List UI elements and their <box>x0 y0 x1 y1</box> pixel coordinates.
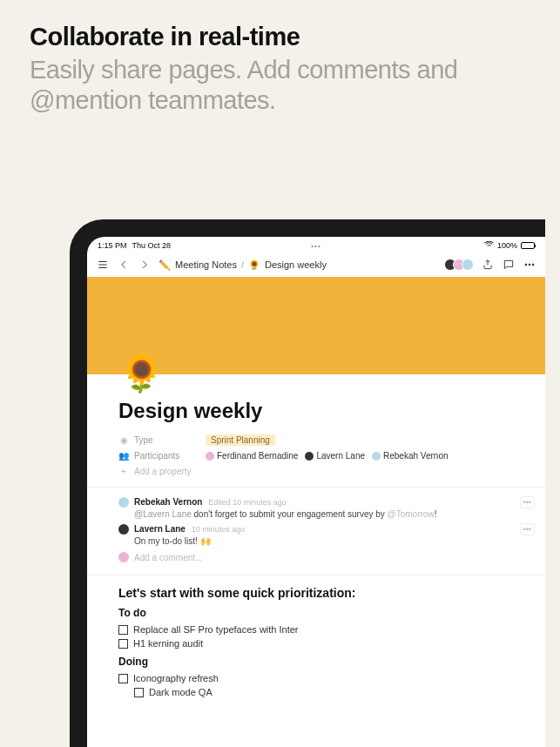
comment-more-button[interactable]: ••• <box>520 496 535 508</box>
comment-author: Lavern Lane <box>134 524 186 534</box>
comment-text: On my to-do list! 🙌 <box>134 535 514 548</box>
add-comment-input[interactable]: Add a comment... <box>118 548 514 566</box>
promo-block: Collaborate in real-time Easily share pa… <box>0 0 560 124</box>
breadcrumb[interactable]: ✏️ Meeting Notes / 🌻 Design weekly <box>159 259 327 271</box>
share-button[interactable] <box>481 258 495 272</box>
promo-subtitle: Easily share pages. Add comments and @me… <box>30 55 530 116</box>
avatar <box>118 552 129 562</box>
status-date: Thu Oct 28 <box>132 241 172 250</box>
tablet-frame: 1:15 PM Thu Oct 28 ••• 100% <box>70 219 545 747</box>
todo-item[interactable]: Iconography refresh <box>118 671 514 685</box>
sunflower-icon: 🌻 <box>248 259 260 271</box>
comment[interactable]: Lavern Lane 10 minutes ago On my to-do l… <box>118 522 514 548</box>
todo-item[interactable]: Dark mode QA <box>118 685 514 699</box>
people-icon: 👥 <box>118 451 129 461</box>
multitask-dots: ••• <box>311 242 320 250</box>
add-property-button[interactable]: + Add a property <box>118 463 514 483</box>
tablet-screen: 1:15 PM Thu Oct 28 ••• 100% <box>87 237 545 747</box>
status-bar: 1:15 PM Thu Oct 28 ••• 100% <box>87 237 545 252</box>
breadcrumb-first[interactable]: Meeting Notes <box>175 259 237 270</box>
checkbox[interactable] <box>134 688 144 697</box>
comment-meta: 10 minutes ago <box>192 525 246 534</box>
sidebar-toggle-button[interactable] <box>96 258 110 272</box>
battery-percent: 100% <box>497 241 517 250</box>
comment-text: don't forget to submit your engagement s… <box>192 509 388 519</box>
wifi-icon <box>484 241 494 250</box>
comments-section: Rebekah Vernon Edited 10 minutes ago @La… <box>118 488 514 571</box>
promo-title: Collaborate in real-time <box>30 23 530 51</box>
checkbox[interactable] <box>118 625 128 635</box>
mention[interactable]: @Lavern Lane <box>134 509 192 519</box>
svg-point-1 <box>529 264 530 266</box>
breadcrumb-second[interactable]: Design weekly <box>265 259 327 270</box>
tag-icon: ◉ <box>118 435 129 445</box>
toolbar: ✏️ Meeting Notes / 🌻 Design weekly <box>87 252 545 277</box>
battery-icon <box>521 242 535 249</box>
checkbox[interactable] <box>118 674 128 683</box>
date-mention[interactable]: @Tomorrow <box>388 509 435 519</box>
avatar <box>462 259 474 271</box>
prop-participants[interactable]: 👥 Participants Ferdinand Bernadine Laver… <box>118 448 514 463</box>
comment-meta: Edited 10 minutes ago <box>208 498 287 507</box>
tag-sprint-planning[interactable]: Sprint Planning <box>206 434 275 446</box>
page-title[interactable]: Design weekly <box>118 399 514 423</box>
comment[interactable]: Rebekah Vernon Edited 10 minutes ago @La… <box>118 495 514 522</box>
comment-more-button[interactable]: ••• <box>520 523 535 535</box>
svg-point-2 <box>532 264 534 266</box>
back-button[interactable] <box>117 258 131 272</box>
page-icon[interactable]: 🌻 <box>118 355 514 392</box>
plus-icon: + <box>118 467 129 476</box>
subheading-doing[interactable]: Doing <box>118 656 514 668</box>
checkbox[interactable] <box>118 639 128 649</box>
avatar <box>118 497 129 508</box>
participant[interactable]: Rebekah Vernon <box>372 451 449 461</box>
subheading-todo[interactable]: To do <box>118 607 514 619</box>
collaborator-avatars[interactable] <box>444 259 474 271</box>
comment-author: Rebekah Vernon <box>134 497 202 507</box>
prop-type-label: Type <box>134 435 200 445</box>
participant[interactable]: Lavern Lane <box>305 451 365 461</box>
avatar <box>118 524 129 535</box>
comments-button[interactable] <box>502 258 516 272</box>
breadcrumb-sep: / <box>241 259 244 270</box>
status-time: 1:15 PM <box>98 241 127 250</box>
participant[interactable]: Ferdinand Bernadine <box>206 451 298 461</box>
pencil-icon: ✏️ <box>159 259 171 271</box>
prop-type[interactable]: ◉ Type Sprint Planning <box>118 432 514 448</box>
todo-item[interactable]: Replace all SF Pro typefaces with Inter <box>118 622 514 636</box>
more-button[interactable] <box>523 258 536 272</box>
section-heading[interactable]: Let's start with some quick prioritizati… <box>118 586 514 600</box>
forward-button[interactable] <box>138 258 152 272</box>
prop-participants-label: Participants <box>134 451 200 461</box>
todo-item[interactable]: H1 kerning audit <box>118 636 514 650</box>
svg-point-0 <box>525 264 527 266</box>
